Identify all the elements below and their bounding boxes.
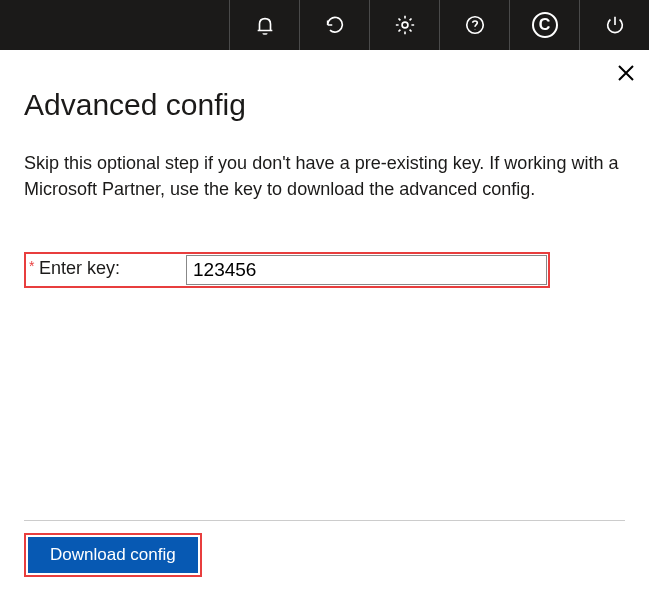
copyright-glyph: C xyxy=(532,12,558,38)
gear-icon[interactable] xyxy=(369,0,439,50)
help-icon[interactable] xyxy=(439,0,509,50)
power-icon[interactable] xyxy=(579,0,649,50)
enter-key-field: * Enter key: xyxy=(24,252,550,288)
download-button-highlight: Download config xyxy=(24,533,202,577)
advanced-config-panel: Advanced config Skip this optional step … xyxy=(0,50,649,593)
page-title: Advanced config xyxy=(24,88,625,122)
bell-icon[interactable] xyxy=(229,0,299,50)
svg-point-0 xyxy=(402,22,408,28)
enter-key-label: Enter key: xyxy=(26,254,186,286)
topbar: C xyxy=(0,0,649,50)
panel-footer: Download config xyxy=(24,520,625,593)
close-icon[interactable] xyxy=(615,62,637,84)
enter-key-input[interactable] xyxy=(186,255,547,285)
download-config-button[interactable]: Download config xyxy=(28,537,198,573)
required-mark: * xyxy=(29,258,34,274)
copyright-icon[interactable]: C xyxy=(509,0,579,50)
description-text: Skip this optional step if you don't hav… xyxy=(24,150,625,202)
refresh-icon[interactable] xyxy=(299,0,369,50)
